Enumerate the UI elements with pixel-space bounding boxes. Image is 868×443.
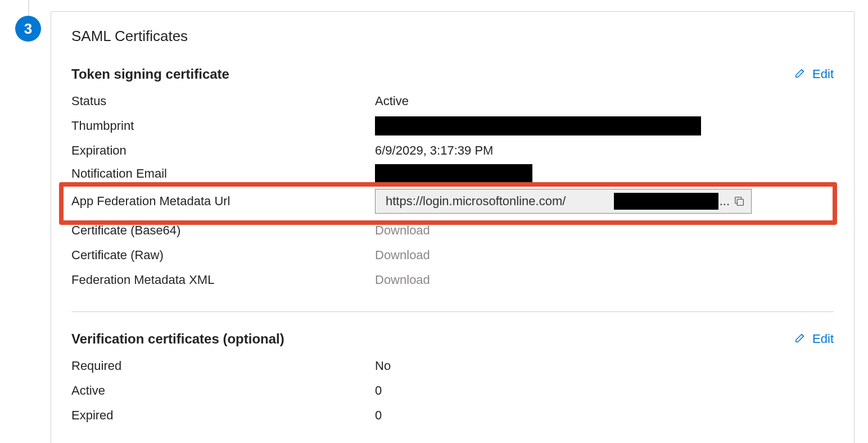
pencil-icon: [794, 66, 807, 82]
notification-email-row: Notification Email: [71, 163, 834, 184]
required-row: Required No: [71, 354, 834, 378]
status-value: Active: [375, 94, 834, 109]
metadata-url-row: App Federation Metadata Url https://logi…: [71, 184, 834, 218]
thumbprint-label: Thumbprint: [71, 119, 375, 133]
redacted-email: [375, 164, 532, 183]
metadata-url-label: App Federation Metadata Url: [71, 194, 375, 209]
download-raw-link[interactable]: Download: [375, 248, 430, 263]
metadata-url-field[interactable]: https://login.microsoftonline.com/ ...: [375, 189, 752, 214]
edit-token-signing-button[interactable]: Edit: [794, 66, 834, 82]
edit-label: Edit: [812, 67, 834, 82]
step-number-badge: 3: [15, 16, 41, 42]
pencil-icon: [794, 331, 807, 347]
fed-xml-label: Federation Metadata XML: [71, 273, 375, 287]
required-label: Required: [71, 359, 375, 373]
active-row: Active 0: [71, 378, 834, 403]
rail-line: [28, 0, 29, 17]
expired-label: Expired: [71, 408, 375, 423]
download-fedxml-link[interactable]: Download: [375, 273, 430, 287]
edit-verification-button[interactable]: Edit: [794, 331, 834, 347]
active-label: Active: [71, 383, 375, 398]
notification-email-value: [375, 164, 834, 183]
required-value: No: [375, 359, 834, 373]
download-base64-link[interactable]: Download: [375, 223, 430, 238]
saml-certificates-card: SAML Certificates Token signing certific…: [51, 11, 855, 443]
section-divider: [71, 311, 834, 312]
card-title: SAML Certificates: [71, 28, 834, 45]
metadata-url-prefix: https://login.microsoftonline.com/: [386, 194, 566, 208]
notification-email-label: Notification Email: [71, 166, 375, 181]
token-signing-title: Token signing certificate: [71, 66, 229, 82]
step-rail: 3: [6, 11, 51, 42]
fed-xml-row: Federation Metadata XML Download: [71, 268, 834, 292]
cert-base64-row: Certificate (Base64) Download: [71, 218, 834, 243]
status-row: Status Active: [71, 89, 834, 114]
active-value: 0: [375, 383, 834, 398]
saml-step-container: 3 SAML Certificates Token signing certif…: [0, 0, 868, 443]
copy-url-button[interactable]: [733, 195, 745, 207]
expiration-label: Expiration: [71, 143, 375, 158]
thumbprint-row: Thumbprint: [71, 114, 834, 138]
cert-raw-row: Certificate (Raw) Download: [71, 243, 834, 268]
expired-row: Expired 0: [71, 403, 834, 428]
svg-rect-0: [737, 199, 743, 205]
expiration-row: Expiration 6/9/2029, 3:17:39 PM: [71, 138, 834, 163]
metadata-url-text: https://login.microsoftonline.com/: [386, 194, 613, 209]
cert-raw-label: Certificate (Raw): [71, 248, 375, 263]
metadata-url-ellipsis: ...: [720, 194, 730, 209]
verification-header: Verification certificates (optional) Edi…: [71, 331, 834, 347]
cert-base64-label: Certificate (Base64): [71, 223, 375, 238]
expired-value: 0: [375, 408, 834, 423]
thumbprint-value: [375, 116, 834, 135]
expiration-value: 6/9/2029, 3:17:39 PM: [375, 143, 834, 158]
redacted-url-segment: [614, 193, 718, 210]
token-signing-header: Token signing certificate Edit: [71, 66, 834, 82]
redacted-thumbprint: [375, 116, 701, 135]
verification-title: Verification certificates (optional): [71, 331, 284, 347]
edit-label: Edit: [812, 332, 834, 346]
status-label: Status: [71, 94, 375, 109]
